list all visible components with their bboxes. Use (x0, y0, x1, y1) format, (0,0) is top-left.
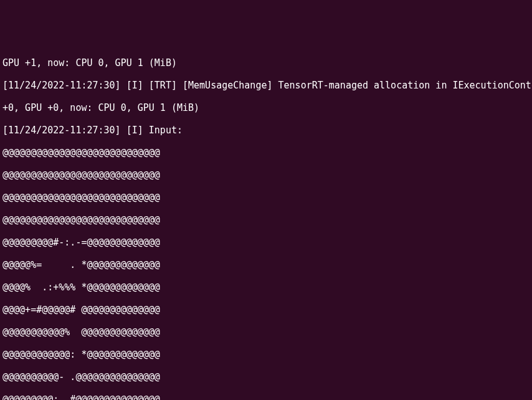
log-line: [11/24/2022-11:27:30] [I] [TRT] [MemUsag… (2, 80, 530, 91)
ascii-art-line: @@@@@@@@@@@@@@@@@@@@@@@@@@@@ (2, 192, 530, 203)
ascii-art-line: @@@@@@@@@@@@@@@@@@@@@@@@@@@@ (2, 147, 530, 158)
ascii-art-line: @@@@% .:+%%% *@@@@@@@@@@@@@ (2, 282, 530, 293)
ascii-art-line: @@@@@@@@@@- .@@@@@@@@@@@@@@@ (2, 371, 530, 383)
ascii-art-line: @@@@@@@@@@@% @@@@@@@@@@@@@@ (2, 326, 530, 338)
log-line: GPU +1, now: CPU 0, GPU 1 (MiB) (2, 57, 530, 69)
log-line: [11/24/2022-11:27:30] [I] Input: (2, 125, 530, 136)
log-line: +0, GPU +0, now: CPU 0, GPU 1 (MiB) (2, 102, 530, 113)
ascii-art-line: @@@@@@@@@@@@@@@@@@@@@@@@@@@@ (2, 214, 530, 226)
ascii-art-line: @@@@@@@@@#-:.-=@@@@@@@@@@@@@ (2, 237, 530, 248)
ascii-art-line: @@@@@@@@@@@@: *@@@@@@@@@@@@@ (2, 349, 530, 360)
terminal-output[interactable]: GPU +1, now: CPU 0, GPU 1 (MiB) [11/24/2… (0, 45, 532, 400)
ascii-art-line: @@@@@%= . *@@@@@@@@@@@@@ (2, 259, 530, 270)
ascii-art-line: @@@@@@@@@: #@@@@@@@@@@@@@@@ (2, 394, 530, 400)
ascii-art-line: @@@@+=#@@@@@# @@@@@@@@@@@@@@ (2, 304, 530, 315)
ascii-art-line: @@@@@@@@@@@@@@@@@@@@@@@@@@@@ (2, 169, 530, 181)
